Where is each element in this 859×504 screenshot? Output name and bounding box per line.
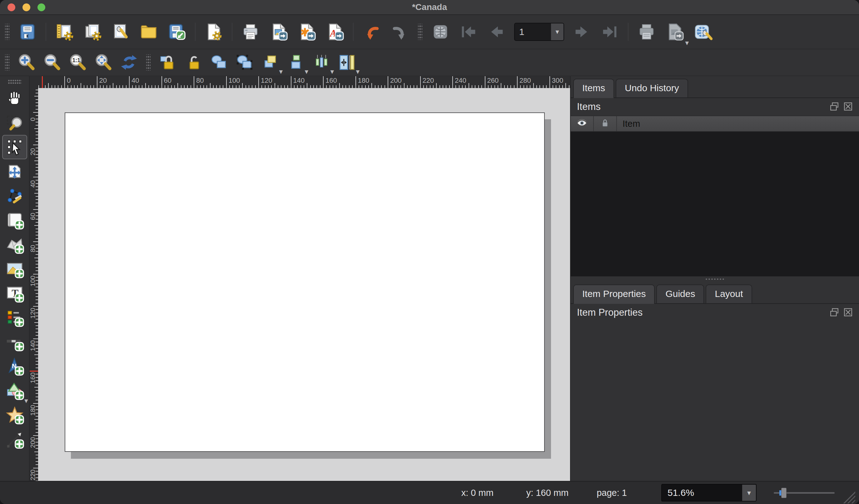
tab-items[interactable]: Items [573, 79, 614, 98]
add-map-button[interactable] [2, 208, 27, 232]
panel-splitter[interactable] [571, 276, 859, 282]
toolbar-grip[interactable] [5, 54, 9, 71]
toolbar-separator [353, 23, 353, 41]
add-scale-bar-button[interactable] [2, 330, 27, 354]
spinbox-dropdown-arrow-icon[interactable]: ▾ [551, 24, 563, 40]
duplicate-layout-button[interactable] [79, 19, 106, 45]
item-column-header[interactable]: Item [617, 119, 859, 129]
status-cursor-y: y: 160 mm [526, 488, 569, 498]
window-title: *Canada [0, 2, 859, 12]
visibility-column-header[interactable] [571, 116, 594, 131]
add-north-arrow-button[interactable]: N [2, 354, 27, 379]
resize-selected-items-button[interactable]: ▾ [335, 51, 359, 74]
zoom-level-combobox[interactable]: 51.6% ▾ [661, 484, 756, 502]
layout-canvas[interactable] [38, 88, 570, 481]
distribute-selected-items-button[interactable]: ▾ [310, 51, 333, 74]
export-as-svg-button[interactable] [293, 19, 320, 45]
status-page: page: 1 [597, 488, 627, 498]
properties-panel-titlebar: Item Properties [571, 304, 859, 321]
export-as-image-button[interactable] [266, 19, 292, 45]
last-feature-button[interactable] [597, 19, 623, 45]
dropdown-caret-icon[interactable]: ▾ [356, 68, 360, 75]
toolbar-grip[interactable] [5, 24, 9, 40]
first-feature-button[interactable] [455, 19, 482, 45]
items-list[interactable] [571, 132, 859, 276]
add-3d-map-button[interactable] [2, 232, 27, 257]
add-marker-button[interactable] [2, 403, 27, 427]
page-number-spinbox[interactable]: 1▾ [514, 23, 564, 41]
add-picture-button[interactable] [2, 257, 27, 281]
items-dock-tabs: ItemsUndo History [571, 76, 859, 98]
ungroup-items-button[interactable] [233, 51, 256, 74]
layout-manager-button[interactable] [107, 19, 134, 45]
vertical-ruler[interactable]: 020406080100120140160180200220 [30, 88, 38, 481]
toolbar-separator [628, 23, 629, 41]
splitter-grip [705, 278, 725, 280]
add-pages-button[interactable] [200, 19, 227, 45]
dropdown-caret-icon[interactable]: ▾ [304, 68, 308, 75]
zoom-slider-handle[interactable] [781, 488, 786, 498]
pan-layout-button[interactable] [2, 86, 27, 110]
tab-layout[interactable]: Layout [706, 285, 752, 303]
zoom-full-button[interactable] [92, 51, 115, 74]
close-panel-icon[interactable] [842, 101, 854, 113]
atlas-settings-button[interactable] [690, 19, 716, 45]
move-item-content-button[interactable] [2, 159, 27, 184]
tab-guides[interactable]: Guides [656, 285, 704, 303]
print-atlas-button[interactable] [633, 19, 660, 45]
align-selected-items-button[interactable]: ▾ [284, 51, 307, 74]
layout-page[interactable] [65, 112, 545, 452]
toolbar-separator [232, 23, 232, 41]
lock-icon [600, 118, 611, 129]
preview-atlas-button[interactable] [427, 19, 454, 45]
edit-nodes-item-button[interactable] [2, 184, 27, 208]
ruler-cursor-marker-x [42, 76, 43, 88]
zoom-in-button[interactable] [15, 51, 38, 74]
add-legend-button[interactable] [2, 305, 27, 330]
lock-column-header[interactable] [594, 116, 617, 131]
horizontal-ruler[interactable]: 0204060801001201401601802002202402602803… [38, 76, 570, 88]
toolbar-grip[interactable] [146, 54, 151, 71]
previous-feature-button[interactable] [484, 19, 510, 45]
zoom-tool-button[interactable] [2, 110, 27, 135]
raise-selected-items-button[interactable]: ▾ [259, 51, 282, 74]
group-items-button[interactable] [207, 51, 230, 74]
toolbar-grip[interactable] [8, 79, 21, 84]
undo-button[interactable] [359, 19, 385, 45]
zoom-dropdown-arrow-icon[interactable]: ▾ [742, 485, 756, 501]
redo-button[interactable] [387, 19, 413, 45]
print-layout-button[interactable] [237, 19, 263, 45]
next-feature-button[interactable] [569, 19, 595, 45]
resize-grip[interactable] [843, 491, 855, 503]
zoom-actual-size-button[interactable]: 1:1 [66, 51, 89, 74]
properties-panel-title: Item Properties [577, 307, 643, 318]
unlock-all-items-button[interactable] [182, 51, 205, 74]
dropdown-caret-icon[interactable]: ▾ [330, 68, 334, 75]
zoom-out-button[interactable] [41, 51, 64, 74]
select-move-item-button[interactable] [2, 135, 27, 159]
add-shape-button[interactable]: ▾ [2, 379, 27, 403]
tab-item-properties[interactable]: Item Properties [573, 285, 655, 304]
float-panel-icon[interactable] [828, 101, 840, 113]
zoom-level-value: 51.6% [662, 487, 742, 498]
close-panel-icon[interactable] [842, 307, 854, 319]
export-as-pdf-button[interactable]: A [322, 19, 348, 45]
tab-undo-history[interactable]: Undo History [616, 79, 688, 97]
save-project-button[interactable] [14, 19, 41, 45]
open-layout-button[interactable] [136, 19, 162, 45]
zoom-slider[interactable] [774, 487, 835, 499]
export-atlas-button[interactable]: ▾ [662, 19, 688, 45]
lock-selected-items-button[interactable] [156, 51, 179, 74]
dropdown-caret-icon[interactable]: ▾ [279, 68, 283, 75]
status-cursor-x: x: 0 mm [461, 488, 494, 498]
qgis-layout-window: *Canada A1▾▾ 1:1▾▾▾▾ TN▾ 020406080100120… [0, 0, 859, 504]
save-as-template-button[interactable] [164, 19, 190, 45]
float-panel-icon[interactable] [828, 307, 840, 319]
refresh-view-button[interactable] [118, 51, 140, 74]
dropdown-caret-icon[interactable]: ▾ [685, 39, 689, 47]
new-layout-button[interactable] [51, 19, 77, 45]
toolbar-grip[interactable] [418, 24, 422, 40]
add-label-button[interactable]: T [2, 281, 27, 305]
add-arrow-button[interactable] [2, 427, 27, 452]
properties-dock-tabs: Item PropertiesGuidesLayout [571, 282, 859, 304]
